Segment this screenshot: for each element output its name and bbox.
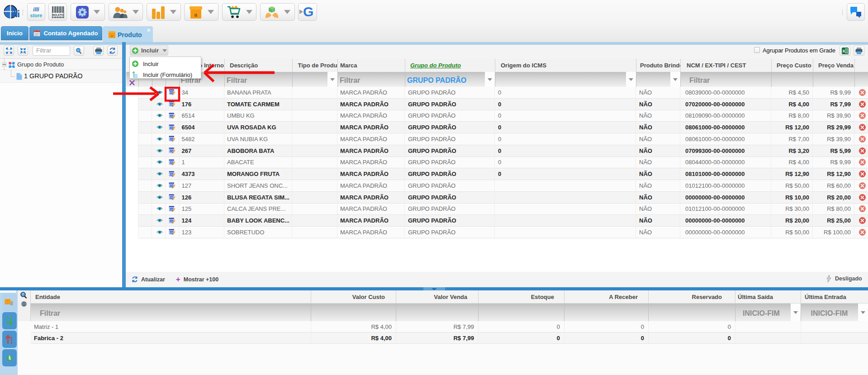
- svg-text:X: X: [842, 48, 845, 53]
- svg-text:KPI: KPI: [22, 303, 26, 305]
- svg-text:$: $: [8, 356, 10, 361]
- svg-text:BOLETO: BOLETO: [52, 13, 64, 16]
